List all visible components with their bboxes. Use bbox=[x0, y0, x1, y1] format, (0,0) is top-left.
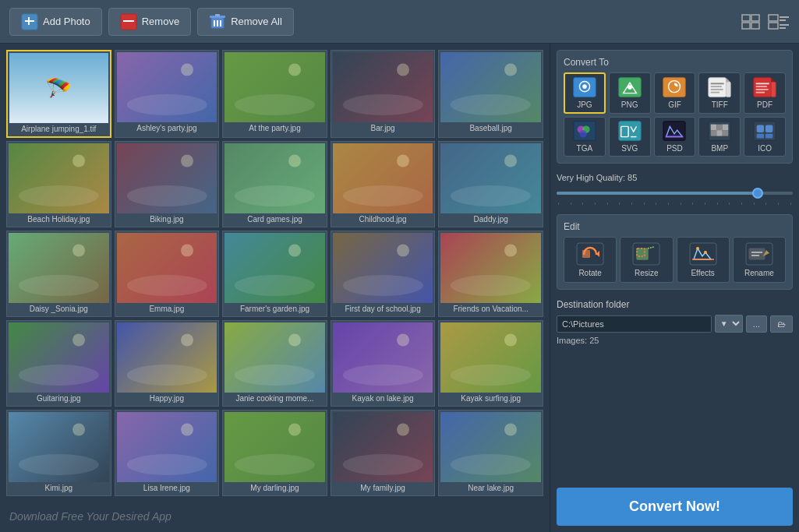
detail-view-icon[interactable] bbox=[768, 11, 790, 33]
resize-button[interactable]: Resize bbox=[620, 237, 673, 283]
photo-item[interactable]: Card games.jpg bbox=[222, 141, 327, 227]
ico-label: ICO bbox=[758, 144, 772, 153]
svg-rect-18 bbox=[769, 23, 778, 29]
tick bbox=[668, 203, 669, 205]
svg-rect-15 bbox=[769, 15, 778, 21]
remove-icon bbox=[120, 13, 137, 30]
format-psd[interactable]: PSD bbox=[654, 117, 696, 157]
photo-item[interactable]: Janie cooking mome... bbox=[222, 320, 327, 407]
photo-thumbnail bbox=[117, 322, 217, 393]
photo-item[interactable]: Guitaring.jpg bbox=[6, 320, 111, 407]
tga-icon bbox=[572, 121, 597, 143]
effects-button[interactable]: Effects bbox=[677, 237, 730, 283]
photo-item[interactable]: Ashley's party.jpg bbox=[115, 50, 220, 138]
photo-item[interactable]: Biking.jpg bbox=[115, 141, 220, 227]
photo-item[interactable]: Near lake.jpg bbox=[438, 410, 543, 496]
svg-point-119 bbox=[579, 130, 586, 137]
svg-rect-19 bbox=[780, 24, 789, 26]
photo-item[interactable]: Emma.jpg bbox=[115, 231, 220, 317]
photo-item[interactable]: Kayak on lake.jpg bbox=[331, 320, 436, 407]
svg-point-67 bbox=[126, 365, 207, 386]
photo-item[interactable]: My darling.jpg bbox=[222, 410, 327, 496]
format-tiff[interactable]: TIFF bbox=[698, 72, 741, 114]
rotate-button[interactable]: Rotate bbox=[564, 237, 617, 283]
svg-rect-17 bbox=[780, 19, 786, 21]
photo-item[interactable]: Childhood.jpg bbox=[331, 141, 436, 227]
svg-point-147 bbox=[704, 251, 707, 254]
photo-thumbnail bbox=[333, 233, 433, 303]
grid-view-icon[interactable] bbox=[740, 11, 762, 33]
photo-item[interactable]: 🪂Airplane jumping_1.tif bbox=[6, 50, 111, 138]
svg-rect-114 bbox=[756, 89, 769, 90]
photo-thumbnail: 🪂 bbox=[9, 53, 108, 123]
photo-item[interactable]: Happy.jpg bbox=[115, 320, 220, 407]
photo-label: My family.jpg bbox=[333, 482, 433, 494]
format-png[interactable]: PNG bbox=[609, 72, 651, 114]
photo-label: Emma.jpg bbox=[117, 303, 217, 315]
bmp-icon bbox=[707, 121, 732, 143]
quality-slider-fill bbox=[557, 192, 758, 195]
photo-item[interactable]: Lisa Irene.jpg bbox=[115, 410, 220, 496]
photo-item[interactable]: Daisy _Sonia.jpg bbox=[6, 231, 111, 317]
toolbar-right bbox=[740, 11, 790, 33]
photo-item[interactable]: Friends on Vacation... bbox=[438, 231, 543, 317]
photo-item[interactable]: Baseball.jpg bbox=[438, 50, 543, 138]
format-pdf[interactable]: PDF bbox=[744, 72, 786, 114]
svg-point-95 bbox=[582, 84, 587, 89]
photo-item[interactable]: Beach Holiday.jpg bbox=[6, 141, 111, 227]
svg-rect-120 bbox=[619, 122, 641, 140]
add-photo-button[interactable]: Add Photo bbox=[9, 8, 102, 36]
tick bbox=[619, 203, 620, 205]
svg-rect-13 bbox=[742, 23, 750, 29]
photo-item[interactable]: At the party.jpg bbox=[222, 50, 327, 138]
convert-now-button[interactable]: Convert Now! bbox=[557, 488, 793, 526]
photo-item[interactable]: First day of school.jpg bbox=[331, 231, 436, 317]
remove-all-button[interactable]: Remove All bbox=[197, 8, 294, 36]
remove-button[interactable]: Remove bbox=[108, 8, 191, 36]
open-folder-button[interactable]: 🗁 bbox=[770, 315, 793, 333]
format-tga[interactable]: TGA bbox=[564, 117, 606, 157]
photo-thumbnail bbox=[440, 52, 541, 122]
gif-icon bbox=[662, 77, 687, 99]
photo-label: At the party.jpg bbox=[224, 122, 325, 134]
photo-item[interactable]: Farmer's garden.jpg bbox=[222, 231, 327, 317]
photo-label: Friends on Vacation... bbox=[440, 303, 541, 315]
png-icon bbox=[617, 77, 642, 99]
add-photo-label: Add Photo bbox=[43, 16, 90, 27]
svg-rect-112 bbox=[756, 83, 769, 84]
browse-button[interactable]: ... bbox=[746, 315, 767, 333]
svg-icon bbox=[617, 121, 642, 143]
tiff-icon bbox=[707, 77, 732, 99]
format-gif[interactable]: GIF bbox=[654, 72, 696, 114]
psd-label: PSD bbox=[666, 144, 683, 153]
quality-slider-track bbox=[557, 192, 793, 195]
format-bmp[interactable]: BMP bbox=[698, 117, 741, 157]
svg-rect-131 bbox=[723, 130, 729, 136]
destination-title: Destination folder bbox=[557, 299, 793, 310]
photo-label: Childhood.jpg bbox=[333, 213, 433, 225]
svg-point-71 bbox=[288, 334, 301, 347]
destination-input[interactable] bbox=[557, 315, 712, 333]
format-svg[interactable]: SVG bbox=[609, 117, 651, 157]
tick bbox=[656, 203, 656, 205]
svg-point-64 bbox=[19, 365, 99, 386]
destination-dropdown[interactable]: ▼ bbox=[715, 315, 743, 333]
format-jpg[interactable]: JPG bbox=[564, 72, 606, 114]
rename-button[interactable]: Rename bbox=[733, 237, 786, 283]
svg-rect-136 bbox=[765, 134, 772, 139]
photo-item[interactable]: Kayak surfing.jpg bbox=[438, 320, 543, 407]
tick bbox=[717, 203, 718, 205]
photo-item[interactable]: Kimi.jpg bbox=[6, 410, 111, 496]
svg-point-91 bbox=[451, 454, 531, 475]
photo-grid: 🪂Airplane jumping_1.tifAshley's party.jp… bbox=[6, 50, 543, 496]
quality-slider-thumb[interactable] bbox=[752, 188, 763, 199]
photo-label: Ashley's party.jpg bbox=[117, 122, 217, 134]
photo-item[interactable]: Daddy.jpg bbox=[438, 141, 543, 227]
photo-item[interactable]: My family.jpg bbox=[331, 410, 436, 496]
svg-rect-4 bbox=[123, 20, 134, 22]
svg-point-52 bbox=[126, 275, 207, 296]
svg-rect-123 bbox=[663, 122, 685, 140]
format-ico[interactable]: ICO bbox=[744, 117, 786, 157]
photo-label: Kayak surfing.jpg bbox=[440, 393, 541, 404]
photo-item[interactable]: Bar.jpg bbox=[331, 50, 436, 138]
